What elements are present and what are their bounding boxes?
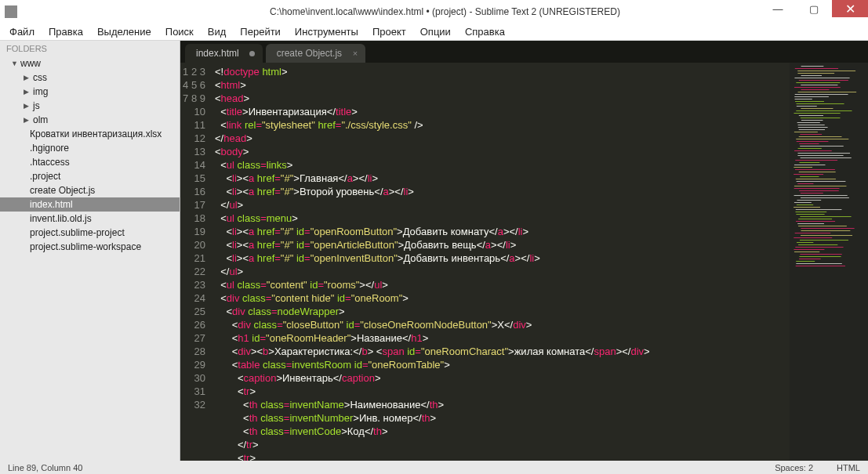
- svg-rect-63: [796, 214, 824, 215]
- expand-icon[interactable]: ▶: [24, 88, 31, 96]
- svg-rect-67: [797, 223, 824, 224]
- svg-rect-42: [794, 165, 826, 165]
- app-icon: [5, 5, 17, 18]
- code-area[interactable]: 1 2 3 4 5 6 7 8 9 10 11 12 13 14 15 16 1…: [180, 63, 868, 461]
- svg-rect-81: [799, 256, 841, 257]
- svg-rect-6: [799, 80, 848, 81]
- svg-rect-26: [798, 127, 828, 128]
- tree-label: index.html: [30, 199, 73, 210]
- folder-olm[interactable]: ▶olm: [0, 113, 180, 127]
- maximize-button[interactable]: ▢: [796, 0, 832, 17]
- svg-rect-49: [797, 181, 846, 182]
- file-Кроватки инвентаризация.xlsx[interactable]: Кроватки инвентаризация.xlsx: [0, 127, 180, 141]
- svg-rect-73: [794, 237, 832, 238]
- tree-label: .hgignore: [30, 143, 69, 154]
- svg-rect-30: [799, 136, 842, 137]
- svg-rect-1: [795, 68, 838, 69]
- svg-rect-69: [801, 228, 854, 229]
- svg-rect-23: [801, 120, 823, 121]
- svg-rect-20: [794, 113, 840, 114]
- tab-0[interactable]: index.html: [185, 44, 263, 63]
- menu-item-2[interactable]: Выделение: [91, 24, 158, 39]
- expand-icon[interactable]: ▶: [24, 74, 31, 81]
- file-.hgignore[interactable]: .hgignore: [0, 141, 180, 155]
- tab-label: create Object.js: [277, 48, 342, 59]
- svg-rect-56: [801, 197, 849, 198]
- menu-item-0[interactable]: Файл: [3, 24, 41, 39]
- svg-rect-79: [794, 251, 819, 252]
- menu-item-9[interactable]: Справка: [459, 24, 511, 39]
- minimap[interactable]: [790, 63, 868, 461]
- sidebar: FOLDERS ▼www▶css▶img▶js▶olmКроватки инве…: [0, 41, 180, 461]
- svg-rect-65: [798, 219, 832, 219]
- svg-rect-35: [798, 148, 822, 149]
- svg-rect-62: [795, 212, 826, 212]
- sidebar-header: FOLDERS: [0, 41, 180, 56]
- menu-item-4[interactable]: Вид: [202, 24, 233, 39]
- file-invent.lib.old.js[interactable]: invent.lib.old.js: [0, 212, 180, 226]
- svg-rect-76: [798, 244, 837, 245]
- expand-icon[interactable]: ▼: [11, 60, 19, 67]
- svg-rect-18: [801, 108, 833, 109]
- svg-rect-64: [800, 216, 851, 217]
- svg-rect-24: [797, 122, 820, 123]
- file-project.sublime-workspace[interactable]: project.sublime-workspace: [0, 240, 180, 254]
- svg-rect-54: [801, 193, 823, 194]
- svg-rect-9: [794, 87, 841, 88]
- status-cursor[interactable]: Line 89, Column 40: [8, 463, 775, 472]
- close-button[interactable]: ✕: [832, 0, 868, 17]
- svg-rect-51: [794, 186, 847, 186]
- svg-rect-53: [799, 190, 839, 191]
- svg-rect-8: [801, 85, 837, 85]
- svg-rect-71: [795, 233, 831, 233]
- code-content[interactable]: <!doctype html><html><head> <title>Инвен…: [212, 63, 868, 461]
- expand-icon[interactable]: ▶: [24, 116, 31, 124]
- svg-rect-37: [797, 153, 850, 154]
- svg-rect-82: [799, 259, 821, 259]
- menu-item-8[interactable]: Опции: [414, 24, 457, 39]
- folder-js[interactable]: ▶js: [0, 99, 180, 113]
- svg-rect-85: [796, 266, 845, 266]
- expand-icon[interactable]: ▶: [24, 102, 31, 110]
- file-create Object.js[interactable]: create Object.js: [0, 183, 180, 197]
- svg-rect-17: [797, 106, 817, 107]
- menu-item-5[interactable]: Перейти: [234, 24, 287, 39]
- status-spaces[interactable]: Spaces: 2: [775, 463, 813, 472]
- file-.htaccess[interactable]: .htaccess: [0, 155, 180, 169]
- file-.project[interactable]: .project: [0, 169, 180, 183]
- svg-rect-39: [801, 157, 852, 158]
- dirty-dot-icon[interactable]: [249, 51, 255, 56]
- menu-item-6[interactable]: Инструменты: [289, 24, 365, 39]
- menu-item-3[interactable]: Поиск: [159, 24, 200, 39]
- window-title: C:\home\invent.local\www\index.html • (p…: [22, 6, 868, 17]
- tree-label: www: [20, 58, 41, 69]
- svg-rect-31: [796, 139, 848, 139]
- svg-rect-22: [801, 118, 841, 118]
- folder-www[interactable]: ▼www: [0, 56, 180, 71]
- svg-rect-75: [797, 242, 813, 243]
- svg-rect-10: [801, 89, 830, 90]
- svg-rect-34: [800, 146, 844, 147]
- svg-rect-47: [800, 176, 819, 177]
- svg-rect-50: [797, 183, 813, 184]
- svg-rect-78: [794, 249, 824, 250]
- file-index.html[interactable]: index.html: [0, 197, 180, 212]
- menu-item-1[interactable]: Правка: [42, 24, 89, 39]
- status-lang[interactable]: HTML: [837, 463, 860, 472]
- svg-rect-29: [800, 134, 822, 135]
- svg-rect-84: [796, 263, 841, 264]
- tree-label: invent.lib.old.js: [30, 213, 92, 224]
- svg-rect-60: [794, 207, 820, 208]
- svg-rect-0: [801, 66, 824, 67]
- svg-rect-38: [797, 155, 843, 156]
- menu-item-7[interactable]: Проект: [366, 24, 412, 39]
- tab-1[interactable]: create Object.js×: [266, 44, 365, 63]
- folder-img[interactable]: ▶img: [0, 85, 180, 99]
- svg-rect-4: [801, 75, 822, 76]
- close-tab-icon[interactable]: ×: [353, 49, 358, 58]
- folder-css[interactable]: ▶css: [0, 71, 180, 85]
- line-gutter: 1 2 3 4 5 6 7 8 9 10 11 12 13 14 15 16 1…: [180, 63, 212, 461]
- svg-rect-32: [797, 141, 829, 142]
- minimize-button[interactable]: —: [760, 0, 796, 17]
- file-project.sublime-project[interactable]: project.sublime-project: [0, 226, 180, 240]
